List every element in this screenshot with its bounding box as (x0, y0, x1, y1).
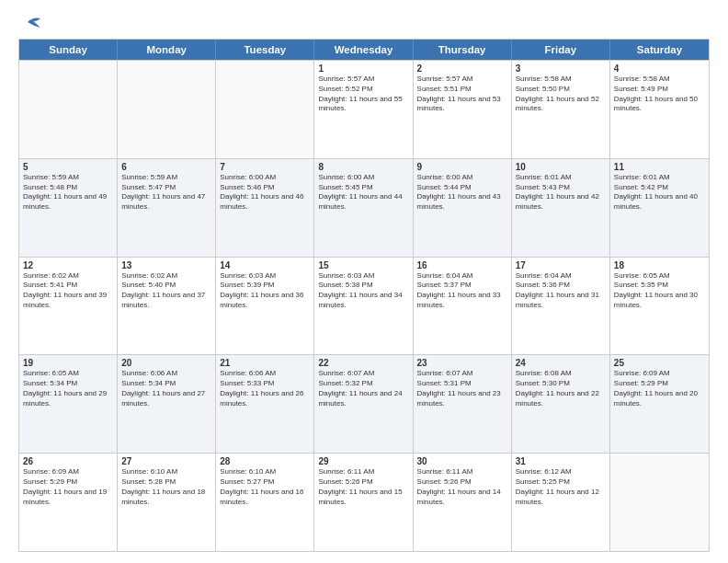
cell-info: Sunrise: 6:04 AMSunset: 5:36 PMDaylight:… (516, 271, 606, 311)
day-number: 3 (516, 63, 606, 74)
weekday-header-monday: Monday (118, 40, 216, 60)
cell-info: Sunrise: 5:58 AMSunset: 5:49 PMDaylight:… (614, 75, 705, 114)
cell-info: Sunrise: 5:59 AMSunset: 5:47 PMDaylight:… (121, 173, 211, 213)
calendar-cell: 29Sunrise: 6:11 AMSunset: 5:26 PMDayligh… (314, 454, 413, 551)
calendar-cell: 2Sunrise: 5:57 AMSunset: 5:51 PMDaylight… (414, 61, 512, 158)
day-number: 30 (417, 456, 507, 466)
cell-info: Sunrise: 6:09 AMSunset: 5:29 PMDaylight:… (23, 467, 113, 507)
day-number: 18 (614, 260, 705, 270)
day-number: 21 (220, 358, 310, 368)
calendar-week-3: 12Sunrise: 6:02 AMSunset: 5:41 PMDayligh… (19, 257, 709, 355)
calendar-cell: 20Sunrise: 6:06 AMSunset: 5:34 PMDayligh… (118, 355, 216, 453)
calendar-cell (216, 61, 314, 158)
cell-info: Sunrise: 6:05 AMSunset: 5:35 PMDaylight:… (614, 271, 705, 311)
calendar-cell: 24Sunrise: 6:08 AMSunset: 5:30 PMDayligh… (512, 355, 610, 453)
calendar-cell: 14Sunrise: 6:03 AMSunset: 5:39 PMDayligh… (216, 258, 314, 355)
weekday-header-wednesday: Wednesday (314, 40, 413, 60)
day-number: 11 (614, 162, 705, 172)
day-number: 29 (318, 456, 408, 466)
calendar-body: 1Sunrise: 5:57 AMSunset: 5:52 PMDaylight… (19, 60, 709, 551)
calendar: SundayMondayTuesdayWednesdayThursdayFrid… (18, 39, 710, 552)
day-number: 8 (318, 162, 408, 172)
day-number: 26 (23, 456, 113, 466)
cell-info: Sunrise: 6:04 AMSunset: 5:37 PMDaylight:… (417, 271, 507, 311)
cell-info: Sunrise: 6:11 AMSunset: 5:26 PMDaylight:… (417, 467, 507, 507)
day-number: 17 (516, 260, 606, 270)
calendar-week-1: 1Sunrise: 5:57 AMSunset: 5:52 PMDaylight… (19, 60, 709, 158)
day-number: 2 (417, 63, 507, 74)
day-number: 12 (23, 260, 113, 270)
calendar-cell: 19Sunrise: 6:05 AMSunset: 5:34 PMDayligh… (19, 355, 118, 453)
cell-info: Sunrise: 6:02 AMSunset: 5:40 PMDaylight:… (121, 271, 211, 311)
logo-bird-icon (20, 15, 40, 29)
calendar-cell (610, 454, 709, 551)
day-number: 6 (121, 162, 211, 172)
calendar-header: SundayMondayTuesdayWednesdayThursdayFrid… (19, 40, 709, 60)
day-number: 5 (23, 162, 113, 172)
calendar-week-2: 5Sunrise: 5:59 AMSunset: 5:48 PMDaylight… (19, 158, 709, 257)
day-number: 31 (516, 456, 606, 466)
calendar-cell: 26Sunrise: 6:09 AMSunset: 5:29 PMDayligh… (19, 454, 118, 551)
calendar-cell: 31Sunrise: 6:12 AMSunset: 5:25 PMDayligh… (512, 454, 610, 551)
cell-info: Sunrise: 5:58 AMSunset: 5:50 PMDaylight:… (516, 75, 606, 114)
cell-info: Sunrise: 6:00 AMSunset: 5:46 PMDaylight:… (220, 173, 310, 213)
calendar-cell: 25Sunrise: 6:09 AMSunset: 5:29 PMDayligh… (610, 355, 709, 453)
cell-info: Sunrise: 6:10 AMSunset: 5:28 PMDaylight:… (121, 467, 211, 507)
weekday-header-thursday: Thursday (414, 40, 512, 60)
cell-info: Sunrise: 6:03 AMSunset: 5:39 PMDaylight:… (220, 271, 310, 311)
day-number: 25 (614, 358, 705, 368)
calendar-cell: 27Sunrise: 6:10 AMSunset: 5:28 PMDayligh… (118, 454, 216, 551)
day-number: 4 (614, 63, 705, 74)
calendar-cell: 6Sunrise: 5:59 AMSunset: 5:47 PMDaylight… (118, 159, 216, 257)
logo (18, 15, 40, 29)
cell-info: Sunrise: 6:08 AMSunset: 5:30 PMDaylight:… (516, 369, 606, 408)
cell-info: Sunrise: 6:07 AMSunset: 5:32 PMDaylight:… (318, 369, 408, 408)
day-number: 28 (220, 456, 310, 466)
calendar-cell: 10Sunrise: 6:01 AMSunset: 5:43 PMDayligh… (512, 159, 610, 257)
calendar-cell: 18Sunrise: 6:05 AMSunset: 5:35 PMDayligh… (610, 258, 709, 355)
day-number: 16 (417, 260, 507, 270)
weekday-header-friday: Friday (512, 40, 610, 60)
day-number: 13 (121, 260, 211, 270)
cell-info: Sunrise: 6:11 AMSunset: 5:26 PMDaylight:… (318, 467, 408, 507)
calendar-cell: 17Sunrise: 6:04 AMSunset: 5:36 PMDayligh… (512, 258, 610, 355)
calendar-week-5: 26Sunrise: 6:09 AMSunset: 5:29 PMDayligh… (19, 453, 709, 551)
calendar-cell: 23Sunrise: 6:07 AMSunset: 5:31 PMDayligh… (414, 355, 512, 453)
calendar-cell: 1Sunrise: 5:57 AMSunset: 5:52 PMDaylight… (314, 61, 413, 158)
calendar-cell: 4Sunrise: 5:58 AMSunset: 5:49 PMDaylight… (610, 61, 709, 158)
calendar-cell: 11Sunrise: 6:01 AMSunset: 5:42 PMDayligh… (610, 159, 709, 257)
weekday-header-tuesday: Tuesday (216, 40, 314, 60)
calendar-cell: 22Sunrise: 6:07 AMSunset: 5:32 PMDayligh… (314, 355, 413, 453)
cell-info: Sunrise: 5:57 AMSunset: 5:52 PMDaylight:… (318, 75, 408, 114)
weekday-header-saturday: Saturday (610, 40, 709, 60)
day-number: 19 (23, 358, 113, 368)
calendar-cell: 13Sunrise: 6:02 AMSunset: 5:40 PMDayligh… (118, 258, 216, 355)
cell-info: Sunrise: 6:00 AMSunset: 5:44 PMDaylight:… (417, 173, 507, 213)
day-number: 14 (220, 260, 310, 270)
day-number: 1 (318, 63, 408, 74)
cell-info: Sunrise: 6:00 AMSunset: 5:45 PMDaylight:… (318, 173, 408, 213)
cell-info: Sunrise: 6:03 AMSunset: 5:38 PMDaylight:… (318, 271, 408, 311)
day-number: 9 (417, 162, 507, 172)
cell-info: Sunrise: 6:05 AMSunset: 5:34 PMDaylight:… (23, 369, 113, 408)
calendar-cell: 5Sunrise: 5:59 AMSunset: 5:48 PMDaylight… (19, 159, 118, 257)
header (18, 15, 710, 29)
day-number: 7 (220, 162, 310, 172)
day-number: 22 (318, 358, 408, 368)
day-number: 27 (121, 456, 211, 466)
calendar-cell: 8Sunrise: 6:00 AMSunset: 5:45 PMDaylight… (314, 159, 413, 257)
calendar-cell: 30Sunrise: 6:11 AMSunset: 5:26 PMDayligh… (414, 454, 512, 551)
cell-info: Sunrise: 6:09 AMSunset: 5:29 PMDaylight:… (614, 369, 705, 408)
cell-info: Sunrise: 6:02 AMSunset: 5:41 PMDaylight:… (23, 271, 113, 311)
day-number: 15 (318, 260, 408, 270)
cell-info: Sunrise: 6:01 AMSunset: 5:42 PMDaylight:… (614, 173, 705, 213)
cell-info: Sunrise: 6:01 AMSunset: 5:43 PMDaylight:… (516, 173, 606, 213)
cell-info: Sunrise: 6:06 AMSunset: 5:34 PMDaylight:… (121, 369, 211, 408)
calendar-week-4: 19Sunrise: 6:05 AMSunset: 5:34 PMDayligh… (19, 354, 709, 453)
calendar-cell: 9Sunrise: 6:00 AMSunset: 5:44 PMDaylight… (414, 159, 512, 257)
day-number: 24 (516, 358, 606, 368)
day-number: 20 (121, 358, 211, 368)
calendar-cell: 3Sunrise: 5:58 AMSunset: 5:50 PMDaylight… (512, 61, 610, 158)
page: SundayMondayTuesdayWednesdayThursdayFrid… (0, 0, 728, 563)
calendar-cell: 21Sunrise: 6:06 AMSunset: 5:33 PMDayligh… (216, 355, 314, 453)
